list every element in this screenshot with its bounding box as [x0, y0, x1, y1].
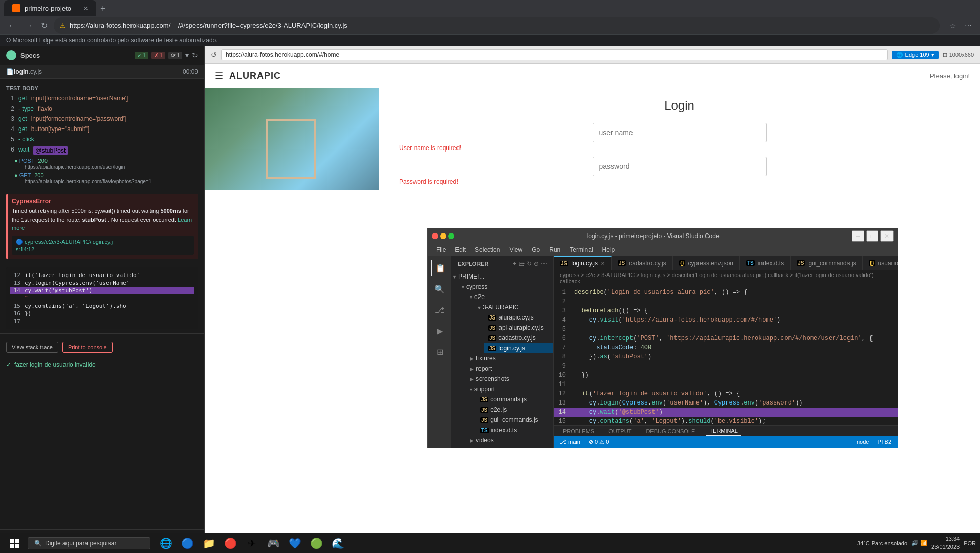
vscode-close-btn[interactable]: ✕: [880, 230, 894, 242]
screenshots-folder-item[interactable]: ▶ screenshots: [468, 374, 553, 384]
file-api-alurapic-cy[interactable]: JS api-alurapic.cy.js: [484, 323, 553, 333]
test-step-5[interactable]: 5 - click: [0, 134, 204, 144]
vscode-restore-btn[interactable]: □: [866, 230, 878, 242]
tab-debug-console[interactable]: DEBUG CONSOLE: [643, 427, 698, 436]
test-step-4[interactable]: 4 get button[type="submit"]: [0, 124, 204, 134]
hamburger-icon[interactable]: ☰: [215, 70, 223, 81]
file-index-d-ts[interactable]: TS index.d.ts: [476, 425, 553, 435]
tab-login-cy[interactable]: JS login.cy.js ✕: [554, 256, 612, 270]
alurapic-folder-item[interactable]: ▾ 3-ALURAPIC: [476, 302, 553, 312]
tab-problems[interactable]: PROBLEMS: [560, 427, 597, 436]
taskbar-app-file-explorer[interactable]: 📁: [199, 533, 219, 554]
tab-cadastro-cy[interactable]: JS cadastro.cy.js: [612, 256, 673, 270]
refresh-button[interactable]: ↻: [39, 18, 50, 32]
password-input[interactable]: [593, 157, 767, 176]
collapse-all-button[interactable]: ⊖: [534, 260, 539, 267]
fail-badge: ✗ 1: [151, 52, 165, 59]
new-tab-button[interactable]: +: [96, 2, 110, 16]
menu-terminal[interactable]: Terminal: [565, 245, 597, 254]
taskbar-app-discord[interactable]: 🎮: [263, 533, 284, 554]
print-to-console-button[interactable]: Print to console: [62, 342, 113, 353]
taskbar-app-vscode[interactable]: 💙: [285, 533, 305, 554]
browser-action-favorites[interactable]: ☆: [948, 19, 959, 32]
menu-view[interactable]: View: [505, 245, 527, 254]
test-step-3[interactable]: 3 get input[formcontrolname='password']: [0, 114, 204, 124]
menu-run[interactable]: Run: [545, 245, 564, 254]
run-debug-icon[interactable]: ▶: [433, 323, 446, 339]
support-folder-item[interactable]: ▾ support: [468, 384, 553, 394]
code-line-8: 8 }).as('stubPost'): [554, 353, 898, 362]
file-alurapic-cy[interactable]: JS alurapic.cy.js: [484, 312, 553, 323]
edge-dropdown-icon[interactable]: ▾: [931, 52, 934, 58]
test-step-6[interactable]: 6 wait @stubPost: [0, 144, 204, 157]
status-errors[interactable]: ⊘ 0 ⚠ 0: [589, 439, 609, 445]
new-file-button[interactable]: +: [513, 260, 516, 267]
file-gui-commands[interactable]: JS gui_commands.js: [476, 415, 553, 425]
preview-url-bar[interactable]: [221, 49, 888, 60]
tab-usuarios-json[interactable]: {} usuarios.json: [863, 256, 898, 270]
test-step-2[interactable]: 2 - type flavio: [0, 103, 204, 114]
search-activity-icon[interactable]: 🔍: [431, 281, 448, 297]
reload-button[interactable]: ↻: [192, 51, 198, 59]
videos-folder-item[interactable]: ▶ videos: [468, 435, 553, 445]
close-window-button[interactable]: [432, 233, 438, 239]
taskbar-app-chrome[interactable]: 🔵: [177, 533, 198, 554]
back-button[interactable]: ←: [6, 19, 18, 32]
file-login-cy[interactable]: JS login.cy.js: [484, 343, 553, 353]
e2e-folder-item[interactable]: ▾ e2e: [468, 292, 553, 302]
taskbar-app-telegram[interactable]: ✈: [242, 533, 262, 554]
new-folder-button[interactable]: 🗁: [518, 260, 525, 267]
forward-button[interactable]: →: [23, 19, 35, 32]
file-header: 📄 login .cy.js 00:09: [0, 65, 204, 79]
tab-index-d-ts[interactable]: TS index.d.ts: [740, 256, 791, 270]
vscode-minimize-btn[interactable]: ─: [852, 230, 864, 242]
menu-file[interactable]: File: [432, 245, 450, 254]
taskbar-app-edge2[interactable]: 🌊: [328, 533, 348, 554]
tab-favicon: [12, 4, 20, 12]
refresh-explorer-button[interactable]: ↻: [527, 260, 532, 267]
main-content: Specs ✓ 1 ✗ 1 ⟳ 1 ▾ ↻ 📄 login .cy.js 00:…: [0, 46, 980, 553]
menu-edit[interactable]: Edit: [451, 245, 470, 254]
tab-close-login[interactable]: ✕: [601, 261, 605, 266]
project-root[interactable]: ▾ PRIMEI...: [451, 271, 553, 282]
source-control-icon[interactable]: ⎇: [432, 302, 447, 318]
minimize-window-button[interactable]: [440, 233, 446, 239]
specs-controls: ✓ 1 ✗ 1 ⟳ 1 ▾ ↻: [135, 51, 198, 59]
taskbar-app-cypress[interactable]: 🟢: [306, 533, 326, 554]
file-node-modules[interactable]: ▶ node_modules: [451, 445, 553, 448]
file-cadastro-cy[interactable]: JS cadastro.cy.js: [484, 333, 553, 343]
file-e2e[interactable]: JS e2e.js: [476, 405, 553, 415]
tab-close-button[interactable]: ✕: [83, 5, 88, 12]
tab-terminal[interactable]: TERMINAL: [706, 426, 741, 436]
tab-gui-commands[interactable]: JS gui_commands.js: [791, 256, 863, 270]
code-editor[interactable]: 1 describe('Login de usuarios alura pic'…: [554, 286, 898, 425]
menu-selection[interactable]: Selection: [471, 245, 504, 254]
preview-nav-button[interactable]: ↺: [211, 51, 217, 59]
start-button[interactable]: [4, 533, 25, 554]
resolution-indicator: ⊞ 1000x660: [943, 52, 974, 58]
fixtures-folder-item[interactable]: ▶ fixtures: [468, 353, 553, 364]
file-commands[interactable]: JS commands.js: [476, 394, 553, 405]
test-step-1[interactable]: 1 get input[formcontrolname='userName']: [0, 93, 204, 103]
status-git[interactable]: ⎇ main: [560, 439, 580, 445]
taskbar-app-chrome2[interactable]: 🔴: [220, 533, 241, 554]
taskbar-search[interactable]: 🔍 Digite aqui para pesquisar: [28, 537, 150, 549]
expand-button[interactable]: ▾: [185, 51, 189, 59]
menu-help[interactable]: Help: [598, 245, 619, 254]
username-input[interactable]: [593, 123, 767, 142]
horizontal-scrollbar[interactable]: [0, 333, 204, 337]
report-folder-item[interactable]: ▶ report: [468, 364, 553, 374]
explorer-menu-button[interactable]: ⋯: [541, 260, 547, 267]
tab-cypress-env[interactable]: {} cypress.env.json: [673, 256, 740, 270]
cypress-folder-item[interactable]: ▾ cypress: [460, 282, 553, 292]
maximize-window-button[interactable]: [448, 233, 454, 239]
address-bar[interactable]: ⚠ https://alura-fotos.herokuapp.com/__/#…: [54, 17, 940, 34]
tab-output[interactable]: OUTPUT: [605, 427, 635, 436]
view-stack-trace-button[interactable]: View stack trace: [6, 342, 58, 353]
menu-go[interactable]: Go: [528, 245, 544, 254]
extensions-icon[interactable]: ⊞: [433, 344, 446, 360]
browser-action-settings[interactable]: ⋯: [963, 19, 974, 32]
taskbar-app-edge[interactable]: 🌐: [156, 533, 176, 554]
active-tab[interactable]: primeiro-projeto ✕: [4, 0, 96, 16]
explorer-activity-icon[interactable]: 📋: [431, 260, 448, 276]
